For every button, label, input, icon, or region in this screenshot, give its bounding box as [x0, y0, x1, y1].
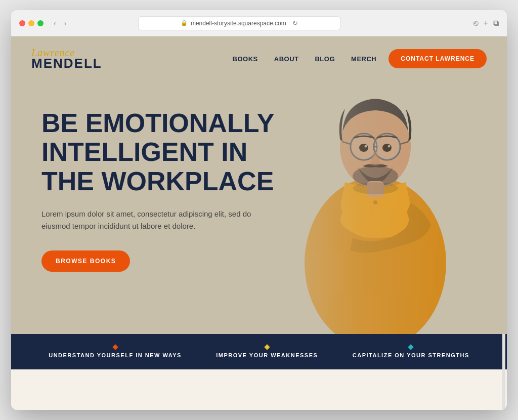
nav-about[interactable]: ABOUT	[274, 55, 299, 63]
navigation: Lawrence MENDELL BOOKS ABOUT BLOG MERCH …	[11, 36, 507, 81]
browser-controls: ‹ ›	[52, 18, 68, 28]
nav-links: BOOKS ABOUT BLOG MERCH	[233, 55, 377, 63]
browser-chrome: ‹ › 🔒 mendell-storysite.squarespace.com …	[11, 10, 507, 36]
logo[interactable]: Lawrence MENDELL	[31, 48, 102, 70]
hero-content: BE EMOTIONALLY INTELLIGENT IN THE WORKPL…	[11, 36, 507, 334]
contact-button[interactable]: CONTACT LAWRENCE	[388, 49, 487, 68]
browser-window: ‹ › 🔒 mendell-storysite.squarespace.com …	[11, 10, 507, 410]
diamond-yellow-icon	[264, 344, 270, 350]
bottom-label-improve: IMPROVE YOUR WEAKNESSES	[216, 352, 318, 358]
bottom-item-capitalize: CAPITALIZE ON YOUR STRENGTHS	[353, 345, 469, 358]
browse-books-button[interactable]: BROWSE BOOKS	[41, 250, 130, 272]
browser-actions: ⎋ + ⧉	[473, 19, 499, 28]
site-wrapper: Lawrence MENDELL BOOKS ABOUT BLOG MERCH …	[11, 36, 507, 410]
bottom-item-improve: IMPROVE YOUR WEAKNESSES	[216, 345, 318, 358]
bottom-label-capitalize: CAPITALIZE ON YOUR STRENGTHS	[353, 352, 469, 358]
below-fold	[11, 369, 507, 410]
tabs-button[interactable]: ⧉	[493, 19, 499, 28]
nav-blog[interactable]: BLOG	[315, 55, 335, 63]
minimize-button[interactable]	[28, 20, 34, 26]
diamond-orange-icon	[112, 344, 118, 350]
bottom-item-understand: UNDERSTAND YOURSELF IN NEW WAYS	[49, 345, 182, 358]
url-text: mendell-storysite.squarespace.com	[191, 20, 286, 27]
nav-merch[interactable]: MERCH	[351, 55, 376, 63]
reload-icon[interactable]: ↻	[292, 19, 298, 27]
bottom-label-understand: UNDERSTAND YOURSELF IN NEW WAYS	[49, 352, 182, 358]
hero-headline: BE EMOTIONALLY INTELLIGENT IN THE WORKPL…	[41, 109, 284, 196]
traffic-lights	[19, 20, 44, 26]
bottom-bar: UNDERSTAND YOURSELF IN NEW WAYS IMPROVE …	[11, 334, 507, 369]
hero-section: Lawrence MENDELL BOOKS ABOUT BLOG MERCH …	[11, 36, 507, 334]
back-button[interactable]: ‹	[52, 18, 58, 28]
diamond-teal-icon	[408, 344, 414, 350]
close-button[interactable]	[19, 20, 25, 26]
nav-books[interactable]: BOOKS	[233, 55, 258, 63]
new-tab-button[interactable]: +	[484, 19, 488, 28]
maximize-button[interactable]	[37, 20, 44, 26]
forward-button[interactable]: ›	[62, 18, 69, 28]
address-bar[interactable]: 🔒 mendell-storysite.squarespace.com ↻	[138, 16, 340, 30]
lock-icon: 🔒	[181, 20, 188, 26]
logo-main: MENDELL	[31, 57, 102, 70]
share-button[interactable]: ⎋	[473, 19, 479, 28]
hero-subtext: Lorem ipsum dolor sit amet, consectetur …	[41, 208, 274, 232]
